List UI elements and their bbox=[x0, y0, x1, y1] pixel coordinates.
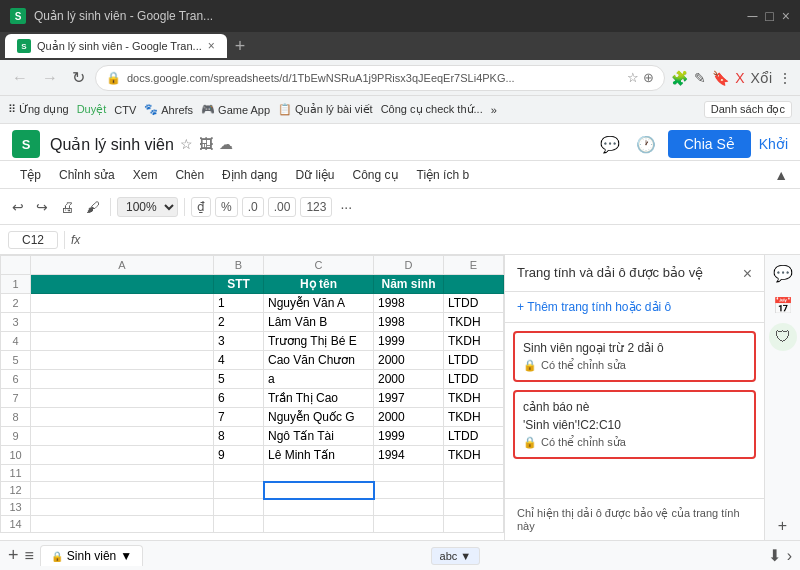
bookmark-reading-list[interactable]: Danh sách đọc bbox=[704, 101, 792, 118]
menu-tep[interactable]: Tệp bbox=[12, 165, 49, 185]
folder-icon[interactable]: 🖽 bbox=[199, 136, 213, 152]
cell-e5[interactable]: LTDD bbox=[444, 351, 504, 370]
side-icon-chat[interactable]: 💬 bbox=[769, 259, 797, 287]
khoi-button[interactable]: Khởi bbox=[759, 136, 788, 152]
cell-a4[interactable] bbox=[31, 332, 214, 351]
cell-b2[interactable]: 1 bbox=[214, 294, 264, 313]
cloud-icon[interactable]: ☁ bbox=[219, 136, 233, 152]
col-header-c[interactable]: C bbox=[264, 256, 374, 275]
col-header-a[interactable]: A bbox=[31, 256, 214, 275]
menu-dinhDang[interactable]: Định dạng bbox=[214, 165, 285, 185]
cell-e10[interactable]: TKDH bbox=[444, 446, 504, 465]
comments-icon[interactable]: 💬 bbox=[596, 130, 624, 158]
share-button[interactable]: Chia Sẻ bbox=[668, 130, 751, 158]
cell-d10[interactable]: 1994 bbox=[374, 446, 444, 465]
cell-b3[interactable]: 2 bbox=[214, 313, 264, 332]
side-icon-plus[interactable]: + bbox=[769, 512, 797, 540]
cell-a10[interactable] bbox=[31, 446, 214, 465]
cell-d7[interactable]: 1997 bbox=[374, 389, 444, 408]
col-header-b[interactable]: B bbox=[214, 256, 264, 275]
menu-icon[interactable]: ⋮ bbox=[778, 70, 792, 86]
bookmark-ctv[interactable]: CTV bbox=[114, 104, 136, 116]
cell-e4[interactable]: TKDH bbox=[444, 332, 504, 351]
more-formats-btn[interactable]: ··· bbox=[336, 197, 356, 217]
number-format-btn[interactable]: 123 bbox=[300, 197, 332, 217]
panel-close-button[interactable]: × bbox=[743, 265, 752, 283]
cell-b14[interactable] bbox=[214, 516, 264, 533]
cell-c10[interactable]: Lê Minh Tấn bbox=[264, 446, 374, 465]
url-input[interactable]: 🔒 docs.google.com/spreadsheets/d/1TbEwNS… bbox=[95, 65, 665, 91]
cell-e9[interactable]: LTDD bbox=[444, 427, 504, 446]
cell-e7[interactable]: TKDH bbox=[444, 389, 504, 408]
undo-btn[interactable]: ↩ bbox=[8, 197, 28, 217]
cell-d6[interactable]: 2000 bbox=[374, 370, 444, 389]
cell-d1[interactable]: Năm sinh bbox=[374, 275, 444, 294]
extension-icon-1[interactable]: 🧩 bbox=[671, 70, 688, 86]
col-header-e[interactable]: E bbox=[444, 256, 504, 275]
star-icon[interactable]: ☆ bbox=[627, 70, 639, 85]
close-icon[interactable]: × bbox=[782, 8, 790, 24]
extension-icon-3[interactable]: 🔖 bbox=[712, 70, 729, 86]
explore-icon[interactable]: ⬇ bbox=[768, 546, 781, 565]
cell-a12[interactable] bbox=[31, 482, 214, 499]
sheet-tab-sinh-vien[interactable]: 🔒 Sinh viên ▼ bbox=[40, 545, 143, 566]
cell-c14[interactable] bbox=[264, 516, 374, 533]
bookmark-quanly[interactable]: 📋 Quản lý bài viết bbox=[278, 103, 373, 116]
sheet-list-button[interactable]: ≡ bbox=[25, 547, 34, 565]
cell-b1[interactable]: STT bbox=[214, 275, 264, 294]
browser-tab[interactable]: S Quản lý sinh viên - Google Tran... × bbox=[5, 34, 227, 58]
cell-c9[interactable]: Ngô Tấn Tài bbox=[264, 427, 374, 446]
currency-btn[interactable]: ₫ bbox=[191, 197, 211, 217]
formula-input[interactable] bbox=[86, 233, 792, 247]
cell-d2[interactable]: 1998 bbox=[374, 294, 444, 313]
menu-congCu[interactable]: Công cụ bbox=[344, 165, 406, 185]
cell-e8[interactable]: TKDH bbox=[444, 408, 504, 427]
cell-e11[interactable] bbox=[444, 465, 504, 482]
add-sheet-button[interactable]: + bbox=[8, 545, 19, 566]
minimize-icon[interactable]: ─ bbox=[747, 8, 757, 24]
decimal2-btn[interactable]: .00 bbox=[268, 197, 297, 217]
cell-c5[interactable]: Cao Văn Chươn bbox=[264, 351, 374, 370]
cell-a13[interactable] bbox=[31, 499, 214, 516]
cell-a9[interactable] bbox=[31, 427, 214, 446]
cell-reference[interactable] bbox=[8, 231, 58, 249]
cell-c13[interactable] bbox=[264, 499, 374, 516]
menu-xem[interactable]: Xem bbox=[125, 165, 166, 185]
cell-a3[interactable] bbox=[31, 313, 214, 332]
cell-c1[interactable]: Họ tên bbox=[264, 275, 374, 294]
maximize-icon[interactable]: □ bbox=[765, 8, 773, 24]
cell-e12[interactable] bbox=[444, 482, 504, 499]
bookmark-icon[interactable]: ⊕ bbox=[643, 70, 654, 85]
cell-a6[interactable] bbox=[31, 370, 214, 389]
decimal1-btn[interactable]: .0 bbox=[242, 197, 264, 217]
cell-e1[interactable] bbox=[444, 275, 504, 294]
cell-d5[interactable]: 2000 bbox=[374, 351, 444, 370]
col-header-d[interactable]: D bbox=[374, 256, 444, 275]
cell-d3[interactable]: 1998 bbox=[374, 313, 444, 332]
expand-icon[interactable]: › bbox=[787, 547, 792, 565]
refresh-button[interactable]: ↻ bbox=[68, 66, 89, 89]
cell-c7[interactable]: Trần Thị Cao bbox=[264, 389, 374, 408]
history-icon[interactable]: 🕐 bbox=[632, 130, 660, 158]
cell-d11[interactable] bbox=[374, 465, 444, 482]
cell-a8[interactable] bbox=[31, 408, 214, 427]
menu-chen[interactable]: Chèn bbox=[167, 165, 212, 185]
paintformat-btn[interactable]: 🖌 bbox=[82, 197, 104, 217]
cell-e6[interactable]: LTDD bbox=[444, 370, 504, 389]
cell-e14[interactable] bbox=[444, 516, 504, 533]
cell-a7[interactable] bbox=[31, 389, 214, 408]
cell-a1[interactable] bbox=[31, 275, 214, 294]
bookmark-game[interactable]: 🎮 Game App bbox=[201, 103, 270, 116]
cell-c2[interactable]: Nguyễn Văn A bbox=[264, 294, 374, 313]
bookmark-duyet[interactable]: Duyệt bbox=[77, 103, 107, 116]
extension-icon-5[interactable]: Xổi bbox=[751, 70, 772, 86]
extension-icon-4[interactable]: X bbox=[735, 70, 744, 86]
cell-e13[interactable] bbox=[444, 499, 504, 516]
panel-add-button[interactable]: + Thêm trang tính hoặc dải ô bbox=[505, 292, 764, 323]
cell-d8[interactable]: 2000 bbox=[374, 408, 444, 427]
cell-d12[interactable] bbox=[374, 482, 444, 499]
cell-b7[interactable]: 6 bbox=[214, 389, 264, 408]
back-button[interactable]: ← bbox=[8, 67, 32, 89]
cell-a14[interactable] bbox=[31, 516, 214, 533]
cell-c4[interactable]: Trương Thị Bé E bbox=[264, 332, 374, 351]
